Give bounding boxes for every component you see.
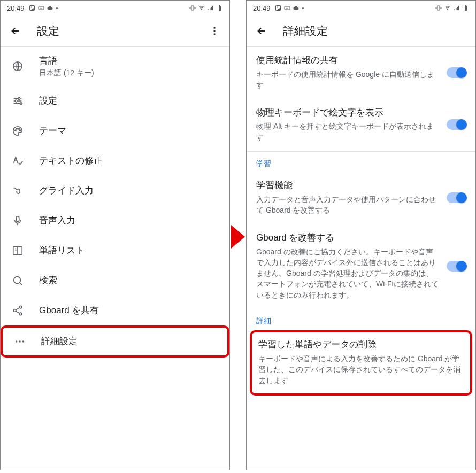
setting-title: 学習した単語やデータの削除: [258, 339, 464, 351]
vibrate-icon: [435, 5, 442, 11]
spellcheck-icon: [11, 154, 24, 167]
list-item-glide-typing[interactable]: グライド入力: [1, 176, 229, 206]
vibrate-icon: [189, 5, 196, 11]
svg-point-25: [19, 340, 21, 343]
list-item-theme[interactable]: テーマ: [1, 116, 229, 146]
page-title: 詳細設定: [283, 24, 328, 38]
list-item-language[interactable]: 言語 日本語 (12 キー): [1, 47, 229, 86]
svg-point-26: [22, 340, 25, 343]
setting-learning[interactable]: 学習機能 入力データと音声入力データや使用パターンに合わせて Gboard を改…: [247, 172, 475, 224]
globe-icon: [11, 60, 24, 73]
switch-toggle[interactable]: [447, 67, 466, 78]
svg-point-4: [201, 9, 202, 10]
status-time: 20:49: [7, 4, 25, 12]
mic-icon: [11, 214, 24, 227]
section-header-details: 詳細: [247, 309, 475, 329]
advanced-settings-list[interactable]: 使用統計情報の共有 キーボードの使用統計情報を Google に自動送信します …: [247, 47, 475, 470]
status-left-icons: •: [29, 5, 58, 11]
svg-point-31: [447, 9, 448, 10]
page-title: 設定: [37, 24, 59, 38]
svg-point-11: [18, 97, 20, 99]
svg-point-1: [30, 7, 32, 8]
share-icon: [11, 304, 24, 317]
keyboard-status-icon: [284, 5, 290, 11]
status-dot-icon: •: [302, 5, 304, 11]
svg-rect-32: [465, 6, 467, 11]
svg-point-28: [277, 7, 278, 8]
phone-left: 20:49 • 設定 言語 日本語 (: [0, 0, 230, 470]
cloud-icon: [293, 5, 300, 11]
svg-point-20: [14, 276, 21, 283]
setting-improve-gboard[interactable]: Gboard を改善する Gboard の改善にご協力ください。キーボードや音声…: [247, 224, 475, 309]
setting-title: 物理キーボードで絵文字を表示: [256, 107, 439, 119]
switch-toggle[interactable]: [447, 192, 466, 203]
list-item-preferences[interactable]: 設定: [1, 86, 229, 116]
svg-rect-3: [191, 6, 194, 10]
photo-icon: [275, 5, 281, 11]
svg-point-7: [213, 27, 215, 29]
list-item-label: 言語: [39, 55, 221, 67]
back-button[interactable]: [9, 25, 22, 37]
list-item-voice-typing[interactable]: 音声入力: [1, 206, 229, 236]
setting-title: 使用統計情報の共有: [256, 55, 439, 67]
list-item-label: 音声入力: [39, 214, 221, 227]
arrow-right-icon: [231, 225, 245, 249]
battery-icon: [463, 5, 469, 11]
tune-icon: [11, 95, 24, 107]
list-item-text-correction[interactable]: テキストの修正: [1, 146, 229, 176]
highlighted-setting: 学習した単語やデータの削除 キーボードや音声による入力を改善するために Gboa…: [250, 330, 472, 396]
switch-toggle[interactable]: [447, 261, 466, 272]
search-icon: [11, 274, 24, 287]
svg-point-15: [16, 128, 17, 129]
settings-list[interactable]: 言語 日本語 (12 キー) 設定 テーマ テキストの修正: [1, 47, 229, 470]
setting-description: キーボードの使用統計情報を Google に自動送信します: [256, 69, 439, 91]
arrow-back-icon: [256, 25, 267, 37]
svg-rect-6: [219, 5, 220, 6]
switch-toggle[interactable]: [447, 119, 466, 130]
overflow-menu-button[interactable]: [208, 25, 221, 37]
setting-description: キーボードや音声による入力を改善するために Gboard が学習した、このデバイ…: [258, 353, 464, 386]
setting-delete-learned-data[interactable]: 学習した単語やデータの削除 キーボードや音声による入力を改善するために Gboa…: [252, 332, 470, 393]
battery-icon: [217, 5, 223, 11]
setting-title: Gboard を改善する: [256, 232, 439, 244]
svg-point-8: [213, 30, 215, 32]
arrow-back-icon: [10, 25, 21, 37]
setting-usage-stats[interactable]: 使用統計情報の共有 キーボードの使用統計情報を Google に自動送信します: [247, 47, 475, 99]
status-bar: 20:49 •: [1, 1, 229, 15]
photo-icon: [29, 5, 35, 11]
svg-rect-30: [437, 6, 440, 10]
app-bar: 詳細設定: [247, 15, 475, 46]
list-item-label: 設定: [39, 95, 221, 107]
book-icon: [11, 244, 24, 257]
setting-physical-keyboard-emoji[interactable]: 物理キーボードで絵文字を表示 物理 Alt キーを押すと絵文字キーボードが表示さ…: [247, 99, 475, 152]
list-item-search[interactable]: 検索: [1, 266, 229, 296]
svg-point-13: [20, 102, 22, 104]
list-item-advanced[interactable]: 詳細設定: [1, 325, 229, 358]
svg-point-14: [15, 130, 16, 131]
more-horiz-icon: [13, 335, 26, 348]
svg-rect-33: [465, 5, 466, 6]
svg-point-24: [16, 340, 18, 343]
palette-icon: [11, 125, 24, 137]
list-item-share[interactable]: Gboard を共有: [1, 296, 229, 325]
svg-point-9: [213, 33, 215, 35]
status-left-icons: •: [275, 5, 304, 11]
list-item-dictionary[interactable]: 単語リスト: [1, 236, 229, 266]
keyboard-status-icon: [38, 5, 44, 11]
list-item-label: 検索: [39, 274, 221, 286]
list-item-label: Gboard を共有: [39, 304, 221, 316]
svg-rect-5: [219, 6, 221, 11]
signal-icon: [208, 5, 214, 11]
list-item-label: テーマ: [39, 125, 221, 137]
list-item-label: テキストの修正: [39, 154, 221, 167]
more-vert-icon: [209, 26, 220, 36]
setting-description: Gboard の改善にご協力ください。キーボードや音声で入力した内容がデバイス外…: [256, 246, 439, 300]
status-dot-icon: •: [56, 5, 58, 11]
list-item-label: 詳細設定: [41, 335, 219, 347]
setting-description: 入力データと音声入力データや使用パターンに合わせて Gboard を改善する: [256, 194, 439, 216]
svg-point-16: [18, 128, 19, 129]
cloud-icon: [47, 5, 53, 11]
back-button[interactable]: [255, 25, 268, 37]
list-item-label: 単語リスト: [39, 244, 221, 257]
status-right-icons: [189, 5, 223, 11]
